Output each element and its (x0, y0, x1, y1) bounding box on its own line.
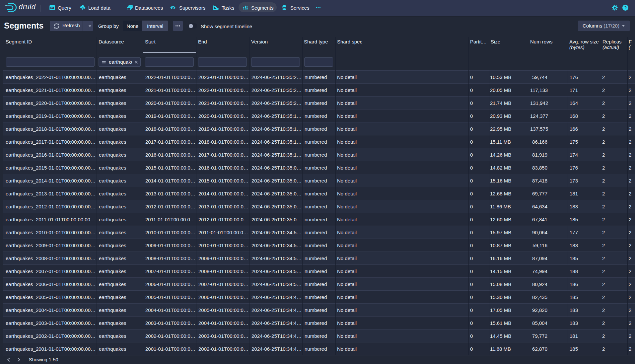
svg-text:?: ? (624, 5, 627, 10)
